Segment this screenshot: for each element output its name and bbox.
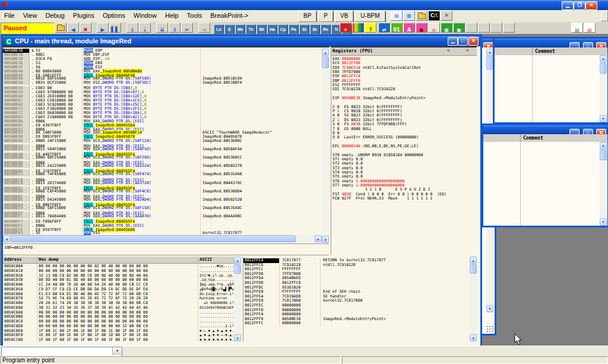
disasm-row[interactable]: 0050BE40.B8 B0BA5000MOV EAX,ImageRed.005… xyxy=(3,68,322,72)
command-dropdown-button[interactable]: ▼ xyxy=(112,347,122,355)
view-button-cp[interactable]: Cp xyxy=(278,24,288,34)
menu-item-tools[interactable]: Tools xyxy=(183,10,207,22)
disasm-row[interactable]: 0050BE8A.8B06MOV EAX,DWORD PTR DS:[ESI] xyxy=(3,118,322,122)
menu-item-plugins[interactable]: Plugins xyxy=(69,10,99,22)
disasm-row[interactable]: 0050BEDE.8B15 D4245000MOV EDX,DWORD PTR … xyxy=(3,198,322,202)
ascii-table-button[interactable]: A xyxy=(403,23,415,33)
options-gear-button[interactable]: ✳ xyxy=(340,23,352,33)
info-pane[interactable]: EBP=0012FFF0 xyxy=(3,243,329,255)
menu-item-file[interactable]: File xyxy=(0,10,19,22)
dump-row[interactable]: 0050C050C9 D7 CF C8 CD CE DB D8 DA D9 CA… xyxy=(3,287,242,292)
empty-slot-3-button[interactable] xyxy=(490,23,502,33)
scroll-up-arrow[interactable]: ▲ xyxy=(600,55,607,62)
stack-row[interactable]: 0012FFE87C817080kernel32.7C817080 xyxy=(243,299,470,303)
resize-grip[interactable] xyxy=(486,325,494,333)
disasm-row[interactable]: 0050BEFE.E8 8597F8FFCALL ImageRed.004956… xyxy=(3,227,322,231)
register-line[interactable]: O 0 LastErr ERROR_SUCCESS (00000000) xyxy=(332,135,477,140)
register-line[interactable]: EIP 0050BE38 ImageRed.<ModuleEntryPoint> xyxy=(332,96,477,100)
swap-panes-button[interactable]: ⇄ xyxy=(378,23,390,33)
side-window-1-content[interactable] xyxy=(495,55,600,122)
spiral-plugin-button[interactable]: ◎ xyxy=(428,23,440,33)
dump-row[interactable]: 0050C0A000 00 00 00 00 00 00 00 00 00 00… xyxy=(3,310,242,315)
scroll-thumb[interactable] xyxy=(11,235,296,242)
menu-overflow-button[interactable] xyxy=(601,11,608,21)
disasm-row[interactable]: 0050BEE9.8B0D 58F15000MOV ECX,DWORD PTR … xyxy=(3,206,322,210)
cpu-titlebar[interactable]: C CPU - main thread, module ImageRed ▁ □… xyxy=(3,36,480,46)
register-line[interactable]: T 0 GS 0000 NULL xyxy=(332,127,477,131)
disasm-row[interactable]: 0050BED6.8B0D C8F45000MOV ECX,DWORD PTR … xyxy=(3,189,322,194)
disasm-row[interactable]: 0050BE7C.C683 8A030000 00MOV BYTE PTR DS… xyxy=(3,110,322,114)
disasm-row[interactable]: 0050BEF7.E8 F896F8FFCALL ImageRed.004955… xyxy=(3,219,322,223)
view-button-ha[interactable]: Ha xyxy=(267,24,277,34)
disasm-row[interactable]: 0050BEA5.8B15 584F5000MOV EDX,DWORD PTR … xyxy=(3,147,322,151)
scroll-thumb[interactable] xyxy=(600,63,607,74)
disasm-row[interactable]: 0050BEB0.8B0D 98F25000MOV ECX,DWORD PTR … xyxy=(3,156,322,160)
scroll-thumb[interactable] xyxy=(234,264,241,274)
dump-row[interactable]: 0050C0B000 00 00 00 00 00 00 00 00 00 00… xyxy=(3,314,242,319)
disasm-row[interactable]: 0050BE38$55PUSH EBP xyxy=(3,48,322,52)
notepad-button[interactable]: ▤ xyxy=(391,11,403,21)
disasm-row[interactable]: 0050BEB8.8B15 24225000MOV EDX,DWORD PTR … xyxy=(3,164,322,168)
cpu-window[interactable]: C CPU - main thread, module ImageRed ▁ □… xyxy=(1,34,482,347)
console-button[interactable]: C:\ xyxy=(428,11,440,21)
disasm-row[interactable]: 0050BEC3.8B0D 74F45000MOV ECX,DWORD PTR … xyxy=(3,172,322,176)
scroll-down-arrow[interactable]: ▼ xyxy=(234,334,241,341)
open-file-button[interactable] xyxy=(55,23,66,33)
view-button-st[interactable]: St xyxy=(299,24,309,34)
dump-address-header[interactable]: Address xyxy=(3,257,37,262)
disasm-row[interactable]: 0050BEFC.8B06MOV EAX,DWORD PTR DS:[ESI] xyxy=(3,223,322,227)
cpu-minimize-button[interactable]: ▁ xyxy=(448,37,458,46)
go-to-address-button[interactable]: ➔ xyxy=(198,23,210,33)
plugin-button-p[interactable]: P xyxy=(318,11,333,22)
scroll-down-arrow[interactable]: ▼ xyxy=(486,305,493,312)
comment-column-header[interactable]: Comment xyxy=(535,49,555,54)
scroll-down-arrow[interactable]: ▼ xyxy=(322,236,329,243)
view-button-re[interactable]: Re xyxy=(321,24,331,34)
scroll-up-arrow[interactable]: ▲ xyxy=(470,257,477,264)
scroll-down-arrow[interactable]: ▼ xyxy=(470,334,477,341)
side-window-2-content[interactable] xyxy=(483,142,600,226)
plugin-button-u-bpm[interactable]: U-BPM xyxy=(355,11,385,22)
side-window-2-scrollbar[interactable]: ▲ ▼ xyxy=(600,142,607,226)
pause-button[interactable]: ▌▌ xyxy=(109,23,121,33)
scroll-down-arrow[interactable]: ▼ xyxy=(600,115,607,122)
disasm-row[interactable]: 0050BE8C.E8 4397F8FFCALL ImageRed.004955… xyxy=(3,122,322,126)
view-button-ln[interactable]: Ln xyxy=(214,24,224,34)
dump-row[interactable]: 0050C02032 13 8B C0 02 00 8B C0 00 8D 40… xyxy=(3,273,242,278)
cpu-close-button[interactable]: ✕ xyxy=(468,37,479,46)
view-button-th[interactable]: Th xyxy=(246,24,256,34)
stack-row[interactable]: 0012FFD48054B6ED xyxy=(243,276,470,281)
dump-pane[interactable]: 0050C00000 00 00 00 00 00 00 00 02 8D 40… xyxy=(3,264,242,341)
close-program-button[interactable]: ✖ xyxy=(80,23,91,33)
scroll-up-arrow[interactable]: ▲ xyxy=(600,142,607,149)
menu-item-help[interactable]: Help xyxy=(161,10,183,22)
scroll-up-arrow[interactable]: ▲ xyxy=(322,49,329,56)
stack-row[interactable]: 0012FFD80012FFC8 xyxy=(243,281,470,286)
restart-button[interactable]: ◀ xyxy=(67,23,79,33)
scroll-thumb[interactable] xyxy=(470,264,477,274)
step-over-button[interactable]: ⇣ xyxy=(139,23,151,33)
dump-row[interactable]: 0050C1001F 00 1F 00 1F 00 1F 00 1F 00 1F… xyxy=(3,337,242,341)
dump-row[interactable]: 0050C040CC 24 40 00 78 26 40 00 54 2A 40… xyxy=(3,282,242,287)
disasm-row[interactable]: 0050BE75.C683 F3020000 00MOV BYTE PTR DS… xyxy=(3,106,322,110)
book-button[interactable]: ▥ xyxy=(403,11,415,21)
dump-ascii-header[interactable]: ASCII xyxy=(198,257,235,262)
stack-row[interactable]: 0012FFCCFFFFFFFF xyxy=(243,267,470,272)
record-button[interactable]: ● xyxy=(416,23,428,33)
registers-next-button[interactable]: < xyxy=(463,48,472,53)
side-window-1-column-header[interactable]: Comment xyxy=(495,48,607,56)
appearance-button[interactable] xyxy=(352,23,364,33)
register-line[interactable]: EDI 7C910228 ntdll.7C910228 xyxy=(332,87,477,91)
disasm-row[interactable]: 0050BE39.8BECMOV EBP,ESP xyxy=(3,52,322,56)
task-list-button[interactable]: ▤ xyxy=(584,23,596,33)
help-question-button[interactable]: ? xyxy=(365,23,376,33)
dump-row[interactable]: 0050C07052 75 6E 74 69 6D 65 20 65 72 72… xyxy=(3,296,242,300)
plugin-button-bp[interactable]: BP xyxy=(298,11,316,22)
main-titlebar[interactable]: ✱ ▁ ❐ ✕ xyxy=(0,0,608,10)
menu-item-window[interactable]: Window xyxy=(129,10,161,22)
disasm-row[interactable]: 0050BE60.C683 2E010000 00MOV BYTE PTR DS… xyxy=(3,93,322,97)
command-input[interactable]: ▼ xyxy=(1,347,122,357)
window-list-button[interactable]: ▤ xyxy=(571,23,583,33)
dump-row[interactable]: 0050C03000 8D 40 00 01 8D 40 00 00 00 00… xyxy=(3,277,242,282)
comment-column-header[interactable]: Comment xyxy=(523,135,543,141)
